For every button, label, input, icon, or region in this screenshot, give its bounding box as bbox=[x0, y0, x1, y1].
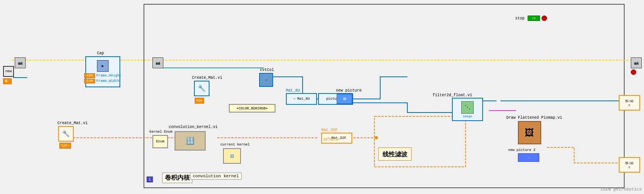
new-picture2-label: new picture 2 bbox=[508, 148, 535, 152]
create-mat-vi-inner-block[interactable]: 🔧 bbox=[194, 81, 209, 96]
output-block-right-bottom[interactable]: 拆/結c bbox=[619, 157, 640, 173]
two-d-data-label: 2d_data bbox=[323, 138, 338, 142]
mat-8u-label: Mat_8U bbox=[286, 88, 300, 93]
current-kernel-label: current kernel bbox=[220, 143, 250, 147]
create-mat-vi-inner-label: Create_Mat.vi bbox=[192, 76, 222, 80]
image-label: image bbox=[463, 114, 472, 118]
camera-block-right-top[interactable]: 📷 bbox=[631, 57, 642, 68]
juanji-label: 卷积内核 bbox=[165, 174, 190, 181]
stop-label: stop bbox=[515, 16, 525, 21]
picture-display-block[interactable]: 🖼 bbox=[337, 94, 352, 104]
convolution-kernel-text: convolution kernel bbox=[193, 174, 239, 178]
create-mat-vi-block-left[interactable]: 🔧 bbox=[58, 126, 74, 142]
node-dot-1 bbox=[375, 136, 378, 139]
draw-flat-block[interactable]: 🖼 bbox=[518, 121, 541, 144]
mat-32f-label: Mat_32F bbox=[321, 128, 338, 132]
info-number-block: 1 bbox=[147, 177, 153, 182]
camera-block-inner[interactable]: 📷 bbox=[152, 57, 163, 68]
eight-u-block[interactable]: 8U▾ bbox=[195, 98, 204, 104]
create-mat-vi-label: Create_Mat.vi bbox=[57, 121, 88, 125]
filter2d-label: filter2d_float.vi bbox=[433, 93, 472, 97]
cap-icon: ▶ bbox=[97, 60, 109, 72]
frame-height-label: Frame_Height bbox=[96, 74, 121, 78]
mat-8u-block[interactable]: → Mat_8U bbox=[286, 93, 317, 105]
thirty-two-f-block[interactable]: 32F▾ bbox=[59, 143, 71, 149]
stop-button[interactable] bbox=[542, 16, 547, 21]
new-picture-label: new picture bbox=[336, 88, 362, 93]
juanji-block: 卷积内核 bbox=[162, 173, 192, 183]
watermark: CSDN @virobotics bbox=[601, 187, 642, 192]
cvtcol-label: cvtCol bbox=[260, 68, 274, 72]
new-block[interactable]: new bbox=[3, 66, 14, 77]
convolution-kernel-text-block: convolution kernel bbox=[190, 173, 242, 180]
color-bgr2rgb-label: ▾COLOR_BGR2RGB▾ bbox=[236, 106, 268, 111]
filter2d-block[interactable]: ⋱ image bbox=[452, 98, 483, 121]
convolution-kernel-vi-label: convolution_kernel.vi bbox=[169, 125, 218, 129]
draw-flat-label: Draw Flattened Pixmap.vi bbox=[506, 116, 562, 120]
xianxing-block: 线性滤波 bbox=[378, 147, 412, 161]
cap-label: Cap bbox=[97, 51, 104, 55]
stop-area: stop TF bbox=[515, 16, 547, 21]
zero-value[interactable]: 0 bbox=[3, 78, 12, 84]
canvas: new 📷 0 ▶ 480 Frame_Height 640 Frame_Wid… bbox=[0, 0, 644, 194]
cvtcol-block[interactable]: → bbox=[259, 73, 273, 87]
red-dot-right[interactable] bbox=[631, 69, 636, 75]
color-bgr2rgb-block[interactable]: ▾COLOR_BGR2RGB▾ bbox=[229, 104, 275, 113]
zero-label: 0 bbox=[5, 79, 7, 83]
cap-block[interactable]: ▶ 480 Frame_Height 640 Frame_Width bbox=[85, 56, 120, 87]
kernel-enum-label: kernel Enum bbox=[149, 130, 172, 134]
new-picture2-block[interactable]: → bbox=[518, 153, 539, 162]
xianxing-label: 线性滤波 bbox=[383, 151, 407, 158]
frame-width-label: Frame_Width bbox=[96, 79, 119, 83]
stop-toggle[interactable]: TF bbox=[528, 16, 540, 21]
camera-block-left[interactable]: 📷 bbox=[15, 57, 26, 68]
convolution-kernel-block[interactable]: 🔢 bbox=[175, 131, 206, 151]
kernel-enum-block[interactable]: Enum bbox=[152, 135, 168, 148]
new-block-label: new bbox=[5, 69, 12, 73]
current-kernel-block[interactable]: 🔢 bbox=[223, 148, 241, 164]
output-block-right-top[interactable]: 拆/結c bbox=[619, 95, 640, 111]
